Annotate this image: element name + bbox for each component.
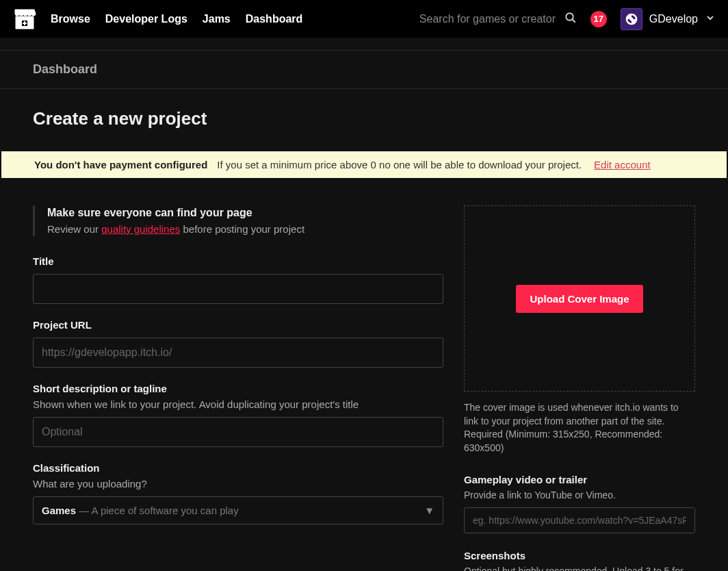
guideline-prefix: Review our [47, 223, 101, 235]
classification-label: Classification [33, 462, 443, 474]
edit-account-link[interactable]: Edit account [594, 159, 651, 170]
payment-warning-banner: You don't have payment configured If you… [1, 151, 727, 178]
warning-strong: You don't have payment configured [34, 159, 207, 170]
title-label: Title [33, 255, 443, 267]
screenshots-section: Screenshots Optional but highly recommen… [464, 550, 695, 571]
svg-rect-3 [23, 23, 27, 24]
right-column: Upload Cover Image The cover image is us… [464, 205, 695, 571]
upload-cover-button[interactable]: Upload Cover Image [516, 285, 642, 313]
main-nav: Browse Developer Logs Jams Dashboard [51, 13, 302, 25]
classification-rest: — A piece of software you can play [76, 505, 239, 516]
svg-point-4 [566, 13, 573, 21]
svg-line-5 [572, 19, 575, 23]
classification-strong: Games [42, 505, 76, 516]
breadcrumb-bar: Dashboard [0, 50, 728, 89]
page-title-wrap: Create a new project [0, 89, 728, 146]
classification-group: Classification What are you uploading? G… [33, 462, 443, 524]
classification-select[interactable]: Games — A piece of software you can play… [33, 496, 443, 524]
left-column: Make sure everyone can find your page Re… [33, 205, 443, 571]
guideline-sub: Review our quality guidelines before pos… [47, 223, 443, 235]
short-desc-sub: Shown when we link to your project. Avoi… [33, 398, 443, 410]
itch-logo-icon [12, 8, 37, 30]
short-desc-label: Short description or tagline [33, 383, 443, 394]
nav-browse[interactable]: Browse [51, 13, 90, 25]
itch-logo[interactable] [12, 7, 37, 31]
video-input[interactable] [464, 507, 695, 533]
search-input[interactable] [419, 13, 556, 25]
video-sub: Provide a link to YouTube or Vimeo. [464, 490, 695, 500]
search-icon[interactable] [564, 12, 577, 27]
title-group: Title [33, 255, 443, 304]
avatar [621, 8, 642, 30]
url-group: Project URL [33, 319, 443, 368]
search-box [419, 12, 577, 27]
screenshots-sub: Optional but highly recommended. Upload … [464, 566, 695, 571]
url-input[interactable] [33, 338, 443, 368]
video-label: Gameplay video or trailer [464, 474, 695, 485]
breadcrumb[interactable]: Dashboard [33, 62, 97, 76]
dropdown-arrow-icon: ▼ [424, 505, 434, 516]
cover-help-text: The cover image is used whenever itch.io… [464, 401, 695, 455]
quality-guidelines-link[interactable]: quality guidelines [101, 223, 180, 235]
nav-dashboard[interactable]: Dashboard [246, 13, 303, 25]
cover-uploader[interactable]: Upload Cover Image [464, 205, 695, 392]
username-label: GDevelop [649, 13, 698, 25]
page-title: Create a new project [33, 108, 695, 129]
nav-jams[interactable]: Jams [203, 13, 231, 25]
short-desc-input[interactable] [33, 417, 443, 447]
url-label: Project URL [33, 319, 443, 331]
main-content: Make sure everyone can find your page Re… [0, 178, 728, 571]
chevron-down-icon [705, 12, 716, 26]
nav-devlogs[interactable]: Developer Logs [105, 13, 187, 25]
screenshots-label: Screenshots [464, 550, 695, 561]
title-input[interactable] [33, 274, 443, 304]
top-header: Browse Developer Logs Jams Dashboard 17 … [0, 0, 728, 38]
guideline-title: Make sure everyone can find your page [47, 207, 443, 219]
short-desc-group: Short description or tagline Shown when … [33, 383, 443, 447]
guideline-box: Make sure everyone can find your page Re… [33, 205, 443, 236]
warning-text: If you set a minimum price above 0 no on… [217, 159, 582, 170]
notification-badge[interactable]: 17 [590, 11, 607, 27]
header-right: 17 GDevelop [419, 8, 716, 30]
video-section: Gameplay video or trailer Provide a link… [464, 474, 695, 533]
classification-value: Games — A piece of software you can play [42, 505, 239, 516]
classification-sub: What are you uploading? [33, 478, 443, 490]
user-menu[interactable]: GDevelop [621, 8, 716, 30]
guideline-suffix: before posting your project [180, 223, 304, 235]
